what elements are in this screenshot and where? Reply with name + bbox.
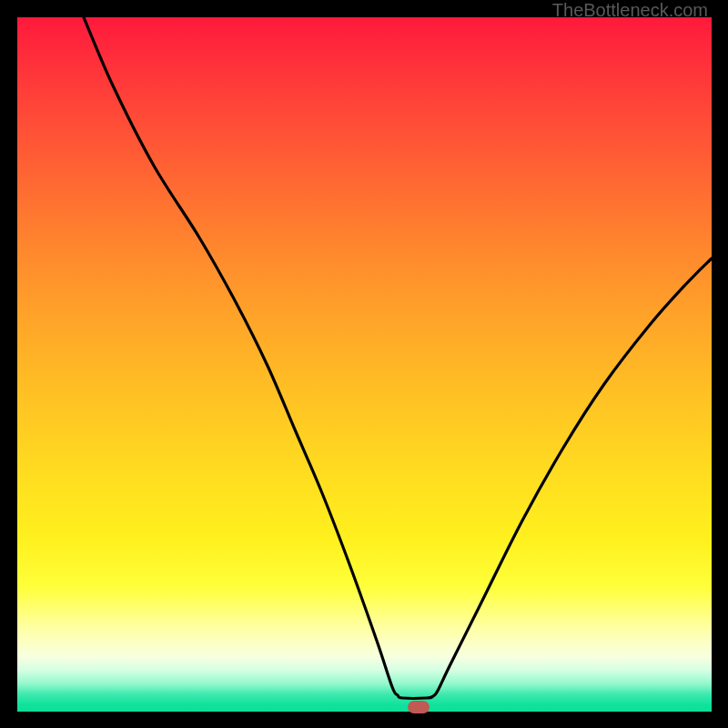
bottleneck-curve — [17, 17, 712, 712]
watermark-text: TheBottleneck.com — [552, 0, 708, 21]
chart-frame: TheBottleneck.com — [0, 0, 728, 728]
chart-plot-area — [17, 17, 712, 712]
optimum-marker — [408, 701, 430, 713]
